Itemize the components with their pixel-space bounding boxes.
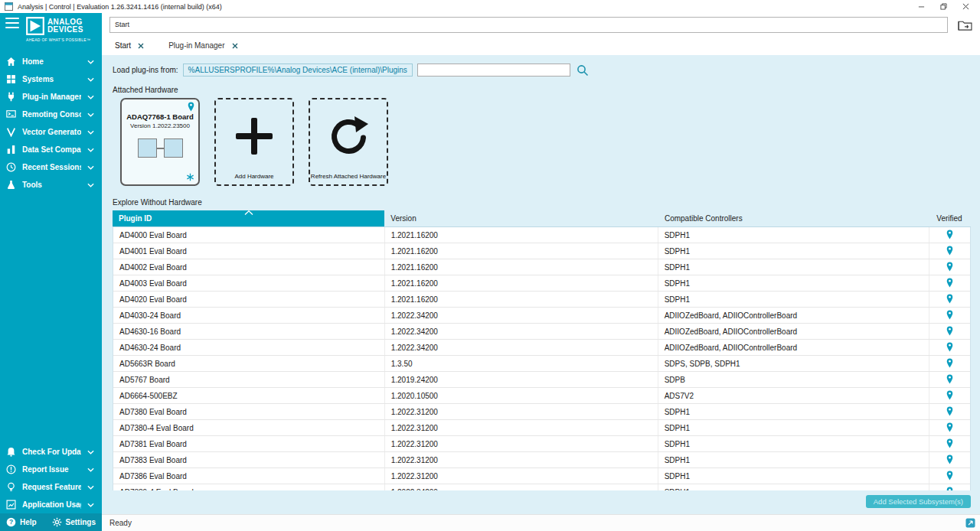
resize-grip-icon[interactable] (965, 518, 975, 528)
cell-plugin-id: AD4000 Eval Board (113, 227, 385, 243)
table-row[interactable]: AD4002 Eval Board 1.2021.16200 SDPH1 (113, 259, 970, 275)
table-row[interactable]: AD4001 Eval Board 1.2021.16200 SDPH1 (113, 243, 970, 259)
refresh-hardware-label: Refresh Attached Hardware (311, 173, 386, 180)
status-text: Ready (109, 519, 132, 527)
table-row[interactable]: AD7380-4 Eval Board 1.2022.31200 SDPH1 (113, 420, 970, 436)
sidebar-item-home[interactable]: Home (0, 53, 102, 70)
cell-version: 1.2022.31200 (385, 452, 658, 467)
menu-toggle-icon[interactable] (5, 18, 19, 28)
restore-button[interactable] (933, 1, 955, 13)
table-row[interactable]: AD4000 Eval Board 1.2021.16200 SDPH1 (113, 227, 970, 243)
table-row[interactable]: AD7389-4 Eval Board 1.2022.34200 SDPH1 (113, 484, 970, 490)
sidebar-item-systems[interactable]: Systems (0, 70, 102, 88)
tab-plug-in-manager[interactable]: Plug-in Manager (167, 38, 239, 53)
cell-verified (929, 308, 970, 323)
sidebar-item-label: Application Usage Logging (22, 500, 81, 509)
tab-start[interactable]: Start (113, 38, 145, 53)
column-header-plugin-id[interactable]: Plugin ID (113, 210, 384, 226)
cell-compatible-controllers: SDPH1 (658, 484, 930, 490)
tab-label: Plug-in Manager (168, 41, 224, 50)
sidebar-item-vector-generator[interactable]: Vector Generator (0, 123, 102, 141)
column-header-verified[interactable]: Verified (930, 210, 971, 226)
sidebar-footer: ? Help Settings (0, 513, 102, 531)
search-icon[interactable] (577, 64, 589, 77)
bell-icon (6, 447, 16, 457)
sidebar-item-remoting-console[interactable]: Remoting Console (0, 106, 102, 123)
board-card-adaq7768-1[interactable]: ADAQ7768-1 Board Version 1.2022.23500 (120, 98, 200, 186)
sidebar-item-check-for-updates[interactable]: Check For Updates (0, 443, 102, 461)
verified-pin-icon (946, 422, 953, 434)
chevron-down-icon (87, 485, 94, 490)
settings-button[interactable]: Settings (52, 517, 96, 527)
refresh-hardware-card[interactable]: Refresh Attached Hardware (309, 98, 388, 186)
attached-hardware-title: Attached Hardware (113, 86, 971, 94)
help-button[interactable]: ? Help (6, 517, 37, 527)
cell-compatible-controllers: SDPH1 (658, 259, 930, 275)
verified-pin-icon (946, 326, 953, 337)
chip-connector (157, 148, 164, 149)
open-session-folder-icon[interactable] (956, 17, 974, 32)
table-row[interactable]: AD7381 Eval Board 1.2022.31200 SDPH1 (113, 436, 970, 452)
cell-plugin-id: AD7389-4 Eval Board (113, 484, 385, 490)
tab-close-icon[interactable] (232, 43, 238, 49)
cell-verified (929, 275, 970, 291)
add-selected-subsystems-button[interactable]: Add Selected Subsystem(s) (866, 495, 971, 508)
cell-plugin-id: AD5767 Board (113, 372, 385, 387)
table-row[interactable]: AD7383 Eval Board 1.2022.31200 SDPH1 (113, 452, 970, 468)
table-row[interactable]: AD4020 Eval Board 1.2021.16200 SDPH1 (113, 292, 970, 308)
sidebar-bottom-nav: Check For Updates Report Issue Request F… (0, 443, 102, 513)
table-row[interactable]: AD7386 Eval Board 1.2022.31200 SDPH1 (113, 468, 970, 484)
add-hardware-card[interactable]: Add Hardware (214, 98, 294, 186)
cell-verified (929, 404, 970, 419)
plugin-table: Plugin ID Version Compatible Controllers… (113, 210, 971, 490)
address-bar (102, 13, 980, 36)
table-row[interactable]: AD6664-500EBZ 1.2020.10500 ADS7V2 (113, 388, 970, 404)
table-row[interactable]: AD4630-16 Board 1.2022.34200 ADIIOZedBoa… (113, 324, 970, 340)
verified-pin-icon (946, 487, 953, 491)
sidebar-item-label: Home (22, 57, 81, 66)
table-row[interactable]: AD4630-24 Board 1.2022.34200 ADIIOZedBoa… (113, 340, 970, 356)
cell-compatible-controllers: SDPS, SDPB, SDPH1 (658, 356, 930, 371)
cell-verified (929, 420, 970, 435)
cell-compatible-controllers: SDPH1 (658, 404, 930, 419)
table-row[interactable]: AD4003 Eval Board 1.2021.16200 SDPH1 (113, 275, 970, 292)
chevron-down-icon (87, 77, 94, 82)
cell-compatible-controllers: SDPH1 (658, 468, 930, 484)
column-header-compatible-controllers[interactable]: Compatible Controllers (658, 210, 930, 226)
plugin-search-input[interactable] (417, 64, 570, 77)
sidebar-item-recent-sessions[interactable]: Recent Sessions (0, 158, 102, 176)
plugins-path-link[interactable]: %ALLUSERSPROFILE%\Analog Devices\ACE (in… (183, 64, 413, 77)
cell-version: 1.2021.16200 (385, 275, 658, 291)
sidebar-item-plug-in-manager[interactable]: Plug-in Manager (0, 88, 102, 106)
sidebar-item-tools[interactable]: Tools (0, 176, 102, 194)
tab-label: Start (115, 41, 131, 50)
table-row[interactable]: AD4030-24 Board 1.2022.34200 ADIIOZedBoa… (113, 308, 970, 324)
cell-compatible-controllers: SDPH1 (658, 452, 930, 467)
cell-plugin-id: AD4001 Eval Board (113, 243, 385, 259)
load-plugins-label: Load plug-ins from: (113, 66, 178, 74)
tab-close-icon[interactable] (138, 43, 144, 49)
sidebar-item-application-usage-logging[interactable]: Application Usage Logging (0, 496, 102, 513)
cell-version: 1.2021.16200 (385, 259, 658, 275)
table-row[interactable]: AD5767 Board 1.2019.24200 SDPB (113, 372, 970, 388)
systems-icon (6, 74, 16, 84)
cell-verified (929, 340, 970, 355)
chevron-down-icon (87, 130, 94, 135)
breadcrumb-input[interactable] (109, 17, 948, 33)
cell-verified (929, 468, 970, 484)
sidebar-item-data-set-comparison[interactable]: Data Set Comparison (0, 141, 102, 158)
chevron-down-icon (87, 60, 94, 64)
table-row[interactable]: AD7380 Eval Board 1.2022.31200 SDPH1 (113, 404, 970, 420)
load-plugins-row: Load plug-ins from: %ALLUSERSPROFILE%\An… (113, 64, 971, 77)
sidebar-item-request-feature[interactable]: Request Feature (0, 478, 102, 496)
column-header-version[interactable]: Version (384, 210, 658, 226)
sidebar-spacer (0, 194, 102, 443)
sidebar-item-report-issue[interactable]: Report Issue (0, 461, 102, 478)
cell-version: 1.2022.34200 (385, 324, 658, 339)
sidebar-item-label: Request Feature (22, 483, 81, 491)
verified-pin-icon (946, 230, 953, 241)
minimize-button[interactable] (910, 1, 933, 13)
table-row[interactable]: AD5663R Board 1.3.50 SDPS, SDPB, SDPH1 (113, 356, 970, 372)
close-button[interactable] (955, 1, 977, 13)
cell-version: 1.2019.24200 (385, 372, 658, 387)
